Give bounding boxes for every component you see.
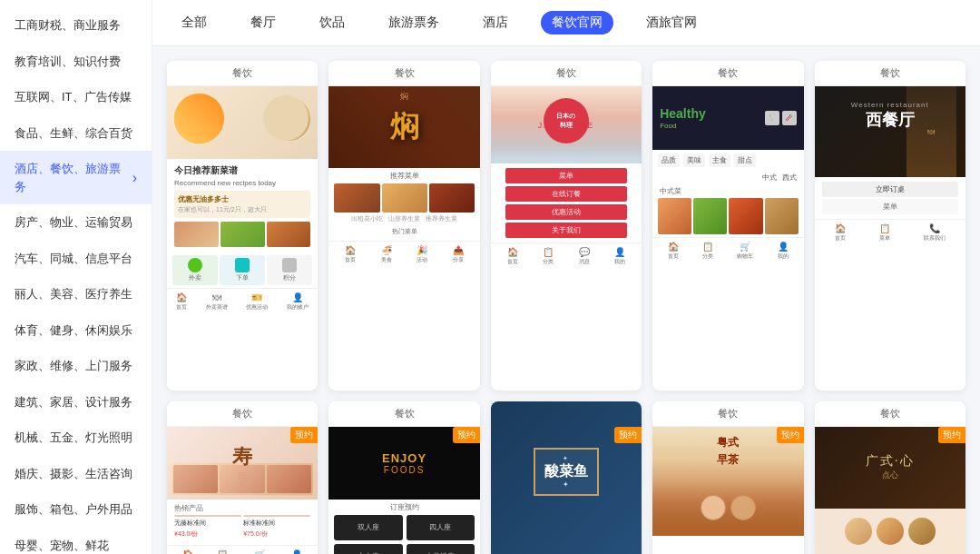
card-10-title: 广式·心 bbox=[866, 453, 915, 470]
card-2-image: 焖 焖 bbox=[328, 86, 479, 168]
tag-main: 主食 bbox=[709, 153, 730, 167]
card-10-reservation: 预约 bbox=[938, 427, 965, 443]
card-4-section: 中式菜 bbox=[652, 184, 803, 198]
card-9-image: 粤式早茶 bbox=[652, 427, 803, 536]
sidebar-item-realestate[interactable]: 房产、物业、运输贸易 bbox=[0, 204, 152, 241]
tag-taste: 美味 bbox=[683, 153, 705, 167]
card-5-category: 餐饮 bbox=[815, 61, 965, 86]
table-hall[interactable]: 大堂活座 bbox=[407, 544, 475, 555]
card-4-category: 餐饮 bbox=[652, 61, 803, 86]
nav-hotel[interactable]: 酒店 bbox=[472, 11, 519, 35]
nav-dining-official[interactable]: 餐饮官网 bbox=[541, 11, 613, 35]
footer-food: 🍽外卖菜谱 bbox=[206, 292, 228, 312]
nav-drinks[interactable]: 饮品 bbox=[309, 11, 356, 35]
footer-food-2: 🍜美食 bbox=[381, 245, 392, 264]
card-9-text: 粤式早茶 bbox=[717, 434, 739, 469]
card-1-footer: 🏠首页 🍽外卖菜谱 🎫优惠活动 👤我的账户 bbox=[167, 288, 318, 315]
cards-grid: 餐饮 今日推荐新菜谱 Recommend new recipes today 优… bbox=[152, 46, 980, 554]
sidebar-item-hotel-dining[interactable]: 酒店、餐饮、旅游票务 bbox=[0, 151, 152, 204]
card-5-title: 西餐厅 bbox=[851, 109, 929, 131]
sidebar-item-homeservice[interactable]: 家政、维修、上门服务 bbox=[0, 348, 152, 384]
sidebar-item-beauty[interactable]: 丽人、美容、医疗养生 bbox=[0, 276, 152, 312]
nav-travel[interactable]: 旅游票务 bbox=[377, 11, 450, 35]
card-3-footer: 🏠首页 📋分类 💬消息 👤我的 bbox=[491, 242, 642, 270]
footer-user-3: 👤我的 bbox=[614, 247, 625, 266]
footer-cat-6: 📋分类 bbox=[217, 549, 228, 555]
card-3-category: 餐饮 bbox=[491, 61, 642, 86]
card-4-imgs bbox=[652, 198, 803, 234]
card-5-buttons: 立即订桌 菜单 bbox=[815, 177, 965, 219]
footer-activity-2: 🎉活动 bbox=[416, 245, 427, 264]
sidebar-item-education[interactable]: 教育培训、知识付费 bbox=[0, 44, 152, 80]
sidebar-item-wedding[interactable]: 婚庆、摄影、生活咨询 bbox=[0, 456, 152, 492]
card-7-category: 餐饮 bbox=[328, 401, 479, 427]
card-enjoy: 餐饮 预约 ENJOY FOODS 订座预约 双人座 四人座 六人座 大堂活座 … bbox=[328, 401, 479, 555]
nav-restaurant[interactable]: 餐厅 bbox=[240, 11, 287, 35]
card-4-subtitle: Food bbox=[660, 122, 706, 130]
card-3-btn-about[interactable]: 关于我们 bbox=[505, 223, 627, 238]
card-1-subtitle: 今日推荐新菜谱 bbox=[174, 164, 310, 177]
card-guangdim: 餐饮 预约 广式·心 点心 📅 预约订单 bbox=[815, 401, 965, 555]
card-5-footer: 🏠首页 📋菜单 📞联系我们 bbox=[815, 219, 965, 246]
footer-user-6: 👤我的 bbox=[291, 549, 302, 555]
card-7-booking-label: 订座预约 bbox=[328, 500, 479, 515]
footer-user-4: 👤我的 bbox=[778, 242, 789, 261]
card-8-reservation: 预约 bbox=[614, 427, 642, 443]
footer-cart-4: 🛒购物车 bbox=[737, 242, 753, 261]
card-3-btn-promo[interactable]: 优惠活动 bbox=[505, 204, 627, 220]
card-western: 餐饮 🍽 Western restaurant 西餐厅 立即订桌 菜单 🏠首页 … bbox=[815, 61, 965, 391]
card-2-big-char: 焖 bbox=[390, 107, 419, 147]
card-4-footer: 🏠首页 📋分类 🛒购物车 👤我的 bbox=[652, 237, 803, 264]
card-7-tables: 双人座 四人座 六人座 大堂活座 bbox=[328, 515, 479, 555]
footer-msg-3: 💬消息 bbox=[579, 247, 590, 266]
card-6-section: 热销产品 bbox=[174, 503, 310, 513]
card-6-footer: 🏠首页 📋分类 🛒购物车 👤我的 bbox=[167, 545, 318, 555]
nav-all[interactable]: 全部 bbox=[171, 11, 218, 35]
sidebar-item-construction[interactable]: 建筑、家居、设计服务 bbox=[0, 384, 152, 420]
sidebar-item-internet[interactable]: 互联网、IT、广告传媒 bbox=[0, 79, 152, 115]
footer-cart-6: 🛒购物车 bbox=[251, 549, 268, 555]
card-men-food: 餐饮 焖 焖 推荐菜单 出租花小吃 山形养生菜 推荐养生菜 热门菜单 🏠首页 🍜… bbox=[328, 61, 479, 391]
card-5-btn-menu[interactable]: 菜单 bbox=[822, 199, 958, 214]
card-2-sub-label: 推荐菜单 bbox=[328, 168, 479, 183]
footer-cat-3: 📋分类 bbox=[543, 247, 554, 266]
top-navigation: 全部 餐厅 饮品 旅游票务 酒店 餐饮官网 酒旅官网 bbox=[152, 0, 980, 46]
sidebar-item-sports[interactable]: 体育、健身、休闲娱乐 bbox=[0, 312, 152, 349]
footer-share-2: 📤分享 bbox=[453, 245, 464, 264]
sidebar-item-food[interactable]: 食品、生鲜、综合百货 bbox=[0, 115, 152, 152]
sidebar-item-finance[interactable]: 工商财税、商业服务 bbox=[0, 7, 152, 44]
nav-hotel-official[interactable]: 酒旅官网 bbox=[635, 11, 708, 35]
card-6-reservation: 预约 bbox=[290, 427, 318, 443]
card-japanese: 餐饮 日本の料理 JAPANESE 菜单 在线订餐 优惠活动 关于我们 🏠首页 bbox=[491, 61, 642, 391]
footer-contact-5: 📞联系我们 bbox=[924, 223, 946, 242]
card-3-btn-order[interactable]: 在线订餐 bbox=[505, 186, 627, 202]
sidebar-item-auto[interactable]: 汽车、同城、信息平台 bbox=[0, 241, 152, 277]
footer-home-2: 🏠首页 bbox=[345, 245, 356, 264]
footer-home-6: 🏠首页 bbox=[182, 549, 193, 555]
sidebar-item-machinery[interactable]: 机械、五金、灯光照明 bbox=[0, 420, 152, 456]
sidebar-item-baby[interactable]: 母婴、宠物、鲜花 bbox=[0, 528, 152, 555]
table-four[interactable]: 四人座 bbox=[407, 515, 475, 540]
card-5-btn-booking[interactable]: 立即订桌 bbox=[822, 182, 958, 197]
sidebar-item-clothing[interactable]: 服饰、箱包、户外用品 bbox=[0, 491, 152, 528]
main-content: 全部 餐厅 饮品 旅游票务 酒店 餐饮官网 酒旅官网 餐饮 今日推荐新菜谱 Re… bbox=[152, 0, 980, 554]
card-4-title: Healthy bbox=[660, 106, 706, 122]
card-4-subtags: 中式西式 bbox=[652, 171, 803, 184]
footer-user: 👤我的账户 bbox=[287, 292, 309, 312]
card-2-items: 出租花小吃 山形养生菜 推荐养生菜 bbox=[328, 213, 479, 225]
table-double[interactable]: 双人座 bbox=[334, 515, 402, 540]
card-10-food-image bbox=[815, 509, 965, 554]
table-six[interactable]: 六人座 bbox=[334, 544, 402, 555]
card-5-en-subtitle: Western restaurant bbox=[851, 101, 929, 109]
card-suancaiyu: 餐饮 预约 ✦ 酸菜鱼 ✦ 菜单 预约订单 优惠活动 预约 🏠首页 📋分类 💬消… bbox=[491, 401, 642, 555]
card-2-category: 餐饮 bbox=[328, 61, 479, 86]
card-recipe: 餐饮 今日推荐新菜谱 Recommend new recipes today 优… bbox=[167, 61, 318, 391]
card-yuecha: 餐饮 预约 粤式早茶 🏠首页 📋分类 💬消息 👤我的 bbox=[652, 401, 803, 555]
card-9-reservation: 预约 bbox=[777, 427, 804, 443]
card-10-category: 餐饮 bbox=[815, 401, 965, 427]
card-2-images bbox=[328, 183, 479, 213]
footer-home-5: 🏠首页 bbox=[835, 223, 846, 242]
card-healthy: 餐饮 Healthy Food 🍴 🥢 品质 美味 主食 甜点 bbox=[652, 61, 803, 391]
card-3-btn-menu[interactable]: 菜单 bbox=[505, 168, 627, 183]
card-1-en-title: Recommend new recipes today bbox=[174, 179, 310, 187]
